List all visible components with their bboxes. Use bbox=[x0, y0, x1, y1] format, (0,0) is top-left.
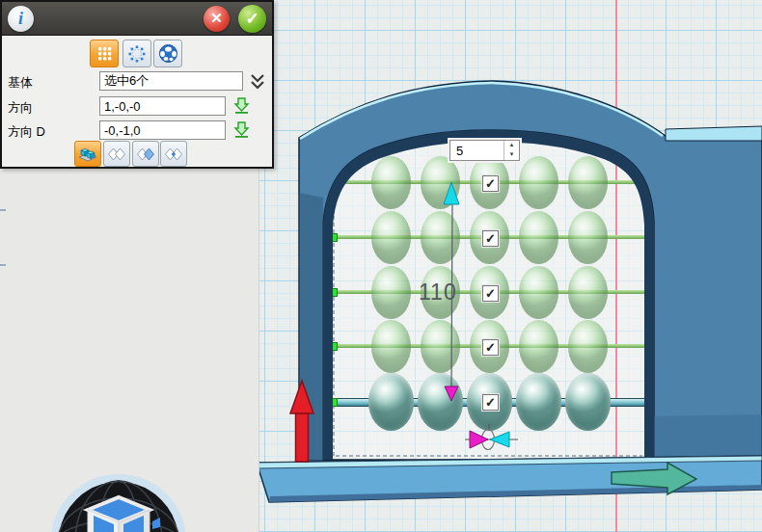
preview-bead bbox=[568, 320, 608, 373]
preview-bead bbox=[371, 266, 411, 319]
tab-linear-pattern[interactable] bbox=[90, 40, 119, 67]
option-diamond-center-dot[interactable] bbox=[160, 141, 187, 167]
spinner-up-icon[interactable]: ▲ bbox=[504, 141, 519, 150]
expand-chevrons-icon[interactable] bbox=[249, 72, 266, 92]
preview-bead bbox=[568, 266, 608, 319]
dimension-value[interactable]: 110 bbox=[419, 279, 457, 306]
spinner-arrows[interactable]: ▲ ▼ bbox=[503, 141, 519, 160]
base-selection-input[interactable] bbox=[99, 71, 243, 91]
diamond-filled-icon bbox=[137, 147, 154, 161]
ruler-tick bbox=[0, 209, 6, 211]
direction2-field-label: 方向 D bbox=[8, 123, 45, 141]
option-boxes-layout[interactable] bbox=[74, 141, 101, 167]
direction1-field-label: 方向 bbox=[8, 99, 33, 117]
preview-bead bbox=[371, 211, 411, 264]
diamond-center-dot-icon bbox=[165, 147, 182, 161]
boxes-layout-icon bbox=[78, 146, 97, 163]
instance-count-spinner[interactable]: ▲ ▼ bbox=[449, 140, 520, 161]
rod-endpoint-marker bbox=[329, 288, 338, 297]
ok-button[interactable]: ✓ bbox=[238, 5, 266, 33]
preview-bead bbox=[421, 156, 460, 209]
preview-bead bbox=[371, 156, 411, 209]
direction2-input[interactable] bbox=[99, 120, 226, 140]
rod-endpoint-marker bbox=[329, 178, 338, 187]
base-field-label: 基体 bbox=[8, 74, 33, 92]
preview-bead bbox=[371, 320, 411, 373]
preview-bead bbox=[421, 320, 460, 373]
spinner-down-icon[interactable]: ▼ bbox=[504, 150, 519, 160]
instance-toggle-checkbox[interactable]: ✓ bbox=[482, 339, 499, 356]
pattern-command-dialog: i ✕ ✓ 基体 方向 bbox=[0, 0, 274, 169]
preview-bead bbox=[519, 320, 558, 373]
instance-toggle-checkbox[interactable]: ✓ bbox=[482, 175, 499, 192]
preview-bead bbox=[519, 266, 558, 319]
base-bead[interactable] bbox=[516, 373, 561, 431]
rod-endpoint-marker bbox=[329, 233, 338, 242]
base-bead[interactable] bbox=[368, 373, 414, 431]
instance-toggle-checkbox[interactable]: ✓ bbox=[482, 394, 499, 411]
instance-toggle-checkbox[interactable]: ✓ bbox=[482, 285, 499, 302]
info-icon[interactable]: i bbox=[8, 6, 34, 32]
app-window: { "dialog": { "titlebar": { "info_glyph"… bbox=[0, 0, 762, 532]
base-bead[interactable] bbox=[565, 373, 611, 431]
option-diamond-filled[interactable] bbox=[132, 141, 159, 167]
instance-toggle-checkbox[interactable]: ✓ bbox=[482, 230, 499, 247]
instance-count-input[interactable] bbox=[450, 141, 503, 160]
ruler-tick bbox=[0, 264, 6, 266]
navigation-ball[interactable] bbox=[48, 471, 189, 532]
rod-endpoint-marker bbox=[329, 398, 338, 407]
diamond-pair-icon bbox=[108, 147, 125, 161]
preview-bead bbox=[519, 156, 558, 209]
preview-bead bbox=[421, 211, 460, 264]
tab-sphere-pattern[interactable] bbox=[153, 40, 182, 67]
tab-circular-pattern[interactable] bbox=[122, 40, 151, 67]
circular-pattern-icon bbox=[127, 44, 147, 64]
dialog-titlebar: i ✕ ✓ bbox=[2, 2, 272, 36]
linear-pattern-icon bbox=[96, 45, 113, 62]
preview-bead bbox=[519, 211, 558, 264]
base-bead[interactable] bbox=[418, 373, 463, 431]
preview-bead bbox=[568, 156, 608, 209]
option-diamond-pair[interactable] bbox=[103, 141, 130, 167]
sphere-pattern-icon bbox=[158, 43, 178, 64]
rod-endpoint-marker bbox=[329, 342, 338, 351]
cancel-button[interactable]: ✕ bbox=[204, 6, 230, 32]
pick-direction1-icon[interactable] bbox=[232, 96, 251, 115]
direction1-input[interactable] bbox=[99, 96, 226, 116]
pick-direction2-icon[interactable] bbox=[232, 120, 251, 139]
preview-bead bbox=[568, 211, 608, 264]
